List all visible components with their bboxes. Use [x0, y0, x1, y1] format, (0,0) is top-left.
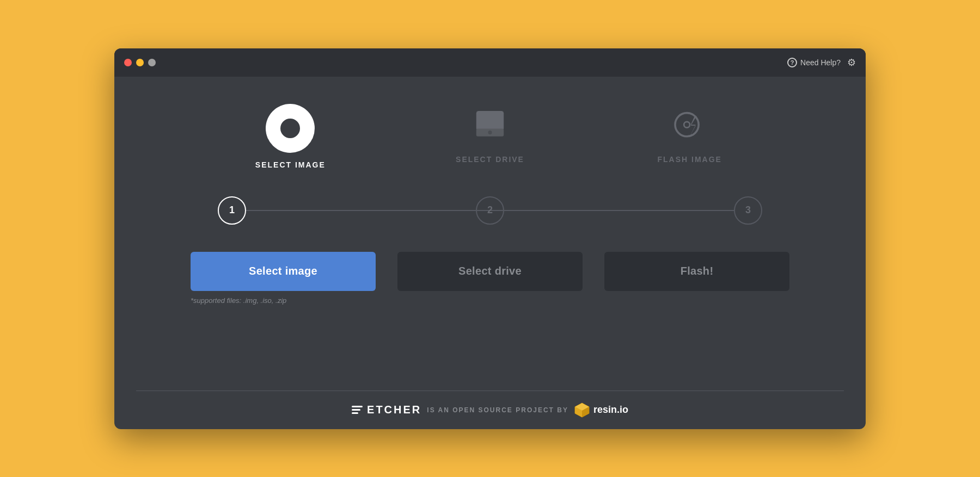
resin-cube-icon — [574, 402, 590, 418]
traffic-lights — [124, 59, 156, 66]
settings-icon[interactable]: ⚙ — [847, 57, 856, 69]
step-number-2: 2 — [476, 196, 504, 225]
select-drive-button[interactable]: Select drive — [397, 252, 583, 291]
step-number-1: 1 — [218, 196, 246, 225]
resin-logo: resin.io — [574, 402, 628, 418]
close-button[interactable] — [124, 59, 132, 66]
etcher-lines-icon — [352, 406, 363, 414]
svg-point-2 — [488, 131, 492, 134]
drive-icon — [470, 106, 510, 145]
flash-col: Flash! — [604, 252, 789, 291]
main-content: SELECT IMAGE SELECT DRIVE — [114, 77, 866, 391]
step-icon-area-3 — [668, 104, 712, 147]
select-drive-col: Select drive — [397, 252, 583, 291]
resin-text: resin.io — [593, 404, 628, 416]
app-window: ? Need Help? ⚙ SELECT IMAGE — [114, 48, 866, 429]
minimize-button[interactable] — [136, 59, 144, 66]
select-image-button[interactable]: Select image — [191, 252, 376, 291]
step-flash-image: FLASH IMAGE — [590, 104, 789, 164]
etcher-line-1 — [352, 406, 363, 407]
step-number-3: 3 — [734, 196, 762, 225]
help-button[interactable]: ? Need Help? — [787, 58, 841, 67]
help-label: Need Help? — [800, 58, 841, 67]
steps-numbers: 1 2 3 — [218, 196, 762, 225]
buttons-row: Select image *supported files: .img, .is… — [191, 252, 789, 305]
footer: ETCHER IS AN OPEN SOURCE PROJECT BY resi… — [114, 391, 866, 429]
drive-icon-wrap — [468, 104, 512, 147]
steps-icons-row: SELECT IMAGE SELECT DRIVE — [191, 104, 789, 169]
etcher-line-2 — [352, 409, 360, 411]
etcher-logo: ETCHER — [352, 404, 421, 416]
maximize-button[interactable] — [148, 59, 156, 66]
supported-files-note: *supported files: .img, .iso, .zip — [191, 296, 286, 305]
titlebar-right: ? Need Help? ⚙ — [787, 57, 856, 69]
etcher-text: ETCHER — [367, 404, 421, 416]
footer-tagline: IS AN OPEN SOURCE PROJECT BY — [427, 406, 568, 414]
step-icon-area-1 — [266, 104, 315, 153]
svg-rect-0 — [476, 111, 504, 131]
flash-button[interactable]: Flash! — [604, 252, 789, 291]
step-label-1: SELECT IMAGE — [255, 160, 326, 169]
help-icon: ? — [787, 58, 797, 67]
etcher-line-3 — [352, 412, 358, 414]
disc-icon — [266, 104, 315, 153]
step-select-drive: SELECT DRIVE — [390, 104, 590, 164]
flash-icon — [670, 106, 709, 145]
step-icon-area-2 — [468, 104, 512, 147]
step-label-3: FLASH IMAGE — [657, 155, 721, 164]
select-image-col: Select image *supported files: .img, .is… — [191, 252, 376, 305]
flash-icon-wrap — [668, 104, 712, 147]
step-select-image: SELECT IMAGE — [191, 104, 390, 169]
progress-row: 1 2 3 — [218, 196, 762, 225]
titlebar: ? Need Help? ⚙ — [114, 48, 866, 77]
svg-point-4 — [684, 121, 690, 127]
step-label-2: SELECT DRIVE — [456, 155, 524, 164]
